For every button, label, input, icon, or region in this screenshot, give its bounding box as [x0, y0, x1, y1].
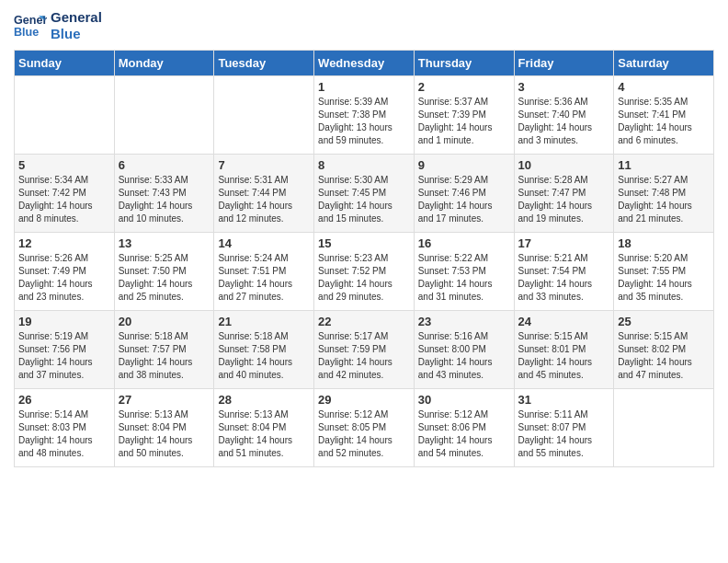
cell-info: Sunrise: 5:15 AM Sunset: 8:02 PM Dayligh… [618, 330, 710, 382]
calendar-cell: 26Sunrise: 5:14 AM Sunset: 8:03 PM Dayli… [15, 389, 115, 467]
calendar-cell: 25Sunrise: 5:15 AM Sunset: 8:02 PM Dayli… [614, 311, 714, 389]
cell-info: Sunrise: 5:15 AM Sunset: 8:01 PM Dayligh… [518, 330, 610, 382]
weekday-header-sunday: Sunday [15, 51, 115, 76]
calendar-cell [214, 76, 314, 155]
day-number: 15 [318, 236, 410, 250]
day-number: 10 [518, 158, 610, 172]
calendar-cell: 13Sunrise: 5:25 AM Sunset: 7:50 PM Dayli… [114, 233, 214, 311]
calendar-table: SundayMondayTuesdayWednesdayThursdayFrid… [14, 50, 714, 467]
cell-info: Sunrise: 5:20 AM Sunset: 7:55 PM Dayligh… [618, 252, 710, 304]
calendar-cell: 23Sunrise: 5:16 AM Sunset: 8:00 PM Dayli… [414, 311, 514, 389]
cell-info: Sunrise: 5:13 AM Sunset: 8:04 PM Dayligh… [218, 408, 310, 460]
calendar-week-row: 26Sunrise: 5:14 AM Sunset: 8:03 PM Dayli… [15, 389, 714, 467]
calendar-cell: 31Sunrise: 5:11 AM Sunset: 8:07 PM Dayli… [514, 389, 614, 467]
cell-info: Sunrise: 5:19 AM Sunset: 7:56 PM Dayligh… [18, 330, 110, 382]
day-number: 30 [418, 393, 510, 407]
calendar-cell: 22Sunrise: 5:17 AM Sunset: 7:59 PM Dayli… [314, 311, 415, 389]
weekday-header-monday: Monday [114, 51, 214, 76]
weekday-header-row: SundayMondayTuesdayWednesdayThursdayFrid… [15, 51, 714, 76]
cell-info: Sunrise: 5:37 AM Sunset: 7:39 PM Dayligh… [418, 96, 510, 147]
svg-text:Blue: Blue [14, 26, 39, 39]
calendar-cell: 12Sunrise: 5:26 AM Sunset: 7:49 PM Dayli… [15, 233, 115, 311]
day-number: 28 [218, 393, 310, 407]
day-number: 23 [418, 315, 510, 328]
cell-info: Sunrise: 5:35 AM Sunset: 7:41 PM Dayligh… [618, 96, 710, 147]
day-number: 5 [18, 158, 110, 172]
cell-info: Sunrise: 5:21 AM Sunset: 7:54 PM Dayligh… [518, 252, 610, 304]
calendar-cell [114, 76, 214, 155]
day-number: 7 [218, 158, 310, 172]
cell-info: Sunrise: 5:31 AM Sunset: 7:44 PM Dayligh… [218, 174, 310, 225]
cell-info: Sunrise: 5:13 AM Sunset: 8:04 PM Dayligh… [119, 408, 210, 460]
calendar-cell: 11Sunrise: 5:27 AM Sunset: 7:48 PM Dayli… [614, 155, 714, 233]
day-number: 9 [418, 158, 510, 172]
day-number: 6 [119, 158, 210, 172]
cell-info: Sunrise: 5:16 AM Sunset: 8:00 PM Dayligh… [418, 330, 510, 382]
cell-info: Sunrise: 5:12 AM Sunset: 8:05 PM Dayligh… [318, 408, 410, 460]
cell-info: Sunrise: 5:23 AM Sunset: 7:52 PM Dayligh… [318, 252, 410, 304]
day-number: 1 [318, 80, 410, 94]
cell-info: Sunrise: 5:25 AM Sunset: 7:50 PM Dayligh… [119, 252, 210, 304]
cell-info: Sunrise: 5:14 AM Sunset: 8:03 PM Dayligh… [18, 408, 110, 460]
day-number: 26 [18, 393, 110, 407]
calendar-cell: 2Sunrise: 5:37 AM Sunset: 7:39 PM Daylig… [414, 76, 514, 155]
cell-info: Sunrise: 5:33 AM Sunset: 7:43 PM Dayligh… [119, 174, 210, 225]
calendar-cell [614, 389, 714, 467]
day-number: 22 [318, 315, 410, 328]
day-number: 16 [418, 236, 510, 250]
calendar-cell: 15Sunrise: 5:23 AM Sunset: 7:52 PM Dayli… [314, 233, 415, 311]
day-number: 29 [318, 393, 410, 407]
day-number: 21 [218, 315, 310, 328]
day-number: 20 [119, 315, 210, 328]
calendar-cell: 9Sunrise: 5:29 AM Sunset: 7:46 PM Daylig… [414, 155, 514, 233]
calendar-cell: 4Sunrise: 5:35 AM Sunset: 7:41 PM Daylig… [614, 76, 714, 155]
calendar-cell: 10Sunrise: 5:28 AM Sunset: 7:47 PM Dayli… [514, 155, 614, 233]
cell-info: Sunrise: 5:12 AM Sunset: 8:06 PM Dayligh… [418, 408, 510, 460]
day-number: 17 [518, 236, 610, 250]
weekday-header-thursday: Thursday [414, 51, 514, 76]
calendar-cell: 14Sunrise: 5:24 AM Sunset: 7:51 PM Dayli… [214, 233, 314, 311]
cell-info: Sunrise: 5:28 AM Sunset: 7:47 PM Dayligh… [518, 174, 610, 225]
cell-info: Sunrise: 5:18 AM Sunset: 7:58 PM Dayligh… [218, 330, 310, 382]
calendar-cell [15, 76, 115, 155]
cell-info: Sunrise: 5:26 AM Sunset: 7:49 PM Dayligh… [18, 252, 110, 304]
calendar-cell: 17Sunrise: 5:21 AM Sunset: 7:54 PM Dayli… [514, 233, 614, 311]
page-container: General Blue GeneralBlue SundayMondayTue… [0, 0, 728, 477]
calendar-week-row: 12Sunrise: 5:26 AM Sunset: 7:49 PM Dayli… [15, 233, 714, 311]
page-header: General Blue GeneralBlue [14, 9, 714, 42]
cell-info: Sunrise: 5:27 AM Sunset: 7:48 PM Dayligh… [618, 174, 710, 225]
day-number: 18 [618, 236, 710, 250]
day-number: 3 [518, 80, 610, 94]
day-number: 12 [18, 236, 110, 250]
calendar-cell: 1Sunrise: 5:39 AM Sunset: 7:38 PM Daylig… [314, 76, 415, 155]
cell-info: Sunrise: 5:30 AM Sunset: 7:45 PM Dayligh… [318, 174, 410, 225]
calendar-cell: 8Sunrise: 5:30 AM Sunset: 7:45 PM Daylig… [314, 155, 415, 233]
calendar-cell: 16Sunrise: 5:22 AM Sunset: 7:53 PM Dayli… [414, 233, 514, 311]
cell-info: Sunrise: 5:34 AM Sunset: 7:42 PM Dayligh… [18, 174, 110, 225]
calendar-cell: 24Sunrise: 5:15 AM Sunset: 8:01 PM Dayli… [514, 311, 614, 389]
calendar-cell: 19Sunrise: 5:19 AM Sunset: 7:56 PM Dayli… [15, 311, 115, 389]
weekday-header-saturday: Saturday [614, 51, 714, 76]
logo: General Blue GeneralBlue [14, 9, 102, 42]
calendar-cell: 6Sunrise: 5:33 AM Sunset: 7:43 PM Daylig… [114, 155, 214, 233]
day-number: 13 [119, 236, 210, 250]
day-number: 19 [18, 315, 110, 328]
cell-info: Sunrise: 5:24 AM Sunset: 7:51 PM Dayligh… [218, 252, 310, 304]
cell-info: Sunrise: 5:18 AM Sunset: 7:57 PM Dayligh… [119, 330, 210, 382]
day-number: 24 [518, 315, 610, 328]
calendar-week-row: 1Sunrise: 5:39 AM Sunset: 7:38 PM Daylig… [15, 76, 714, 155]
day-number: 31 [518, 393, 610, 407]
weekday-header-tuesday: Tuesday [214, 51, 314, 76]
cell-info: Sunrise: 5:11 AM Sunset: 8:07 PM Dayligh… [518, 408, 610, 460]
cell-info: Sunrise: 5:29 AM Sunset: 7:46 PM Dayligh… [418, 174, 510, 225]
calendar-cell: 20Sunrise: 5:18 AM Sunset: 7:57 PM Dayli… [114, 311, 214, 389]
cell-info: Sunrise: 5:39 AM Sunset: 7:38 PM Dayligh… [318, 96, 410, 147]
calendar-cell: 7Sunrise: 5:31 AM Sunset: 7:44 PM Daylig… [214, 155, 314, 233]
calendar-cell: 30Sunrise: 5:12 AM Sunset: 8:06 PM Dayli… [414, 389, 514, 467]
cell-info: Sunrise: 5:22 AM Sunset: 7:53 PM Dayligh… [418, 252, 510, 304]
cell-info: Sunrise: 5:17 AM Sunset: 7:59 PM Dayligh… [318, 330, 410, 382]
calendar-week-row: 5Sunrise: 5:34 AM Sunset: 7:42 PM Daylig… [15, 155, 714, 233]
day-number: 4 [618, 80, 710, 94]
day-number: 11 [618, 158, 710, 172]
cell-info: Sunrise: 5:36 AM Sunset: 7:40 PM Dayligh… [518, 96, 610, 147]
